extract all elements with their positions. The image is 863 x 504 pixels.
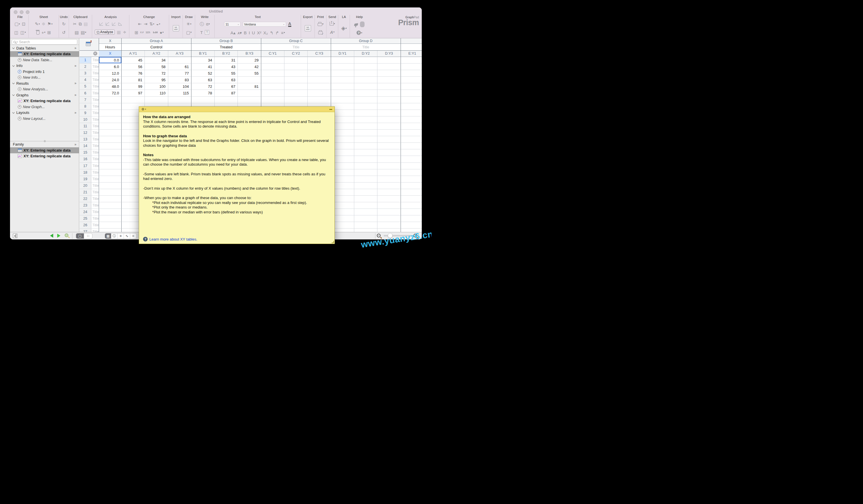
row-title-column-header[interactable]: ✕ — [91, 51, 99, 57]
data-cell[interactable] — [401, 70, 422, 77]
x-value-cell[interactable] — [99, 209, 122, 215]
decrease-font-icon[interactable]: ᴀ▾ — [238, 30, 242, 35]
group-name-cell[interactable] — [401, 44, 422, 51]
sidebar-section-results[interactable]: Results» — [10, 80, 79, 86]
x-value-cell[interactable] — [99, 176, 122, 182]
data-cell[interactable] — [377, 136, 401, 143]
row-number[interactable]: 12 — [79, 129, 91, 136]
results-view-button[interactable]: ≡ — [117, 234, 124, 239]
data-cell[interactable] — [401, 116, 422, 123]
x-value-cell[interactable] — [99, 143, 122, 149]
data-cell[interactable] — [354, 103, 377, 110]
rotate-text-left-icon[interactable]: ↰ — [270, 30, 274, 35]
save-as-icon[interactable]: ◫▾ — [20, 30, 26, 35]
table-view-button[interactable]: ▦ — [105, 234, 111, 239]
widen-column-icon[interactable]: ⇥ — [143, 22, 147, 26]
find-magnifier-icon[interactable] — [65, 234, 68, 237]
overflow-chevrons-icon[interactable]: » — [74, 81, 76, 85]
data-cell[interactable] — [145, 97, 168, 103]
row-number[interactable]: 8 — [79, 103, 91, 110]
significant-digits-icon[interactable]: 123↓ — [146, 31, 151, 34]
data-cell[interactable]: 76 — [122, 70, 145, 77]
new-table-pin-icon[interactable] — [86, 42, 91, 46]
data-cell[interactable] — [401, 169, 422, 176]
print-icon[interactable]: ▾ — [317, 22, 324, 26]
sidebar-item[interactable]: iProject info 1 — [10, 68, 79, 75]
data-cell[interactable]: 61 — [168, 63, 191, 70]
sidebar-section-graphs[interactable]: Graphs» — [10, 92, 79, 98]
sidebar-item[interactable]: +New Analysis... — [10, 86, 79, 92]
data-cell[interactable] — [377, 215, 401, 222]
learn-more-link[interactable]: Learn more about XY tables. — [149, 237, 198, 241]
row-number[interactable]: 20 — [79, 182, 91, 189]
subcolumn-header[interactable]: D:Y3 — [377, 51, 401, 57]
graph-view-button[interactable]: ∿ — [124, 234, 130, 239]
data-cell[interactable] — [354, 110, 377, 116]
subcolumn-header[interactable]: A:Y2 — [145, 51, 168, 57]
data-cell[interactable] — [377, 110, 401, 116]
row-number[interactable]: 24 — [79, 209, 91, 215]
data-cell[interactable]: 77 — [168, 70, 191, 77]
data-cell[interactable] — [354, 215, 377, 222]
delete-sheet-icon[interactable] — [36, 30, 39, 35]
data-cell[interactable]: 87 — [215, 90, 238, 97]
row-number[interactable]: 26 — [79, 222, 91, 228]
data-cell[interactable]: 67 — [215, 83, 238, 90]
row-title-cell[interactable]: Title — [91, 110, 99, 116]
data-cell[interactable] — [308, 77, 331, 83]
data-cell[interactable] — [401, 97, 422, 103]
row-number[interactable]: 10 — [79, 116, 91, 123]
row-title-cell[interactable]: Title — [91, 136, 99, 143]
data-cell[interactable] — [377, 103, 401, 110]
subcolumn-header[interactable]: B:Y3 — [238, 51, 261, 57]
data-cell[interactable] — [308, 83, 331, 90]
help-icon[interactable]: ?▾ — [357, 30, 362, 35]
data-cell[interactable] — [354, 176, 377, 182]
sidebar-item[interactable]: +New Graph... — [10, 104, 79, 110]
data-cell[interactable] — [401, 149, 422, 156]
data-cell[interactable] — [261, 77, 285, 83]
row-number[interactable]: 23 — [79, 202, 91, 209]
data-cell[interactable] — [401, 215, 422, 222]
superscript-icon[interactable]: X² — [257, 30, 261, 35]
row-number[interactable]: 2 — [79, 63, 91, 70]
row-title-cell[interactable]: Title — [91, 116, 99, 123]
data-cell[interactable] — [285, 70, 308, 77]
x-value-cell[interactable] — [99, 163, 122, 169]
data-cell[interactable]: 45 — [122, 57, 145, 63]
data-cell[interactable] — [377, 70, 401, 77]
data-cell[interactable]: 55 — [238, 70, 261, 77]
x-value-cell[interactable] — [99, 169, 122, 176]
row-title-cell[interactable]: Title — [91, 189, 99, 196]
row-title-cell[interactable]: Title — [91, 156, 99, 163]
data-cell[interactable] — [331, 63, 354, 70]
row-title-cell[interactable]: Title — [91, 215, 99, 222]
row-number[interactable]: 14 — [79, 143, 91, 149]
group-name-cell[interactable]: Title — [261, 44, 331, 51]
note-titlebar[interactable]: ⚙ ▾ — [139, 107, 335, 112]
paste-special-icon[interactable]: ▤▾ — [81, 30, 86, 35]
data-cell[interactable] — [401, 57, 422, 63]
note-resize-grip[interactable] — [332, 241, 334, 243]
row-title-cell[interactable]: Title — [91, 149, 99, 156]
data-cell[interactable]: 97 — [122, 90, 145, 97]
rotate-text-right-icon[interactable]: ↱ — [276, 30, 279, 35]
data-cell[interactable] — [354, 90, 377, 97]
data-cell[interactable] — [261, 97, 285, 103]
data-cell[interactable]: 43 — [215, 63, 238, 70]
group-name-cell[interactable]: Treated — [191, 44, 261, 51]
row-title-cell[interactable]: Title — [91, 70, 99, 77]
row-title-cell[interactable]: Title — [91, 176, 99, 182]
data-cell[interactable] — [238, 77, 261, 83]
data-cell[interactable]: 34 — [191, 57, 215, 63]
exclude-table-icon[interactable]: ⊞ — [135, 30, 138, 35]
x-value-cell[interactable] — [99, 110, 122, 116]
data-cell[interactable] — [354, 156, 377, 163]
sidebar-section-layouts[interactable]: Layouts» — [10, 110, 79, 116]
text-box-icon[interactable]: T — [205, 30, 209, 35]
underline-icon[interactable]: U — [252, 30, 255, 35]
shrink-column-icon[interactable]: ⇤ — [138, 22, 142, 26]
data-cell[interactable] — [354, 209, 377, 215]
group-name-cell[interactable]: Title — [331, 44, 401, 51]
freeze-sheet-icon[interactable]: ❄ — [42, 22, 46, 26]
